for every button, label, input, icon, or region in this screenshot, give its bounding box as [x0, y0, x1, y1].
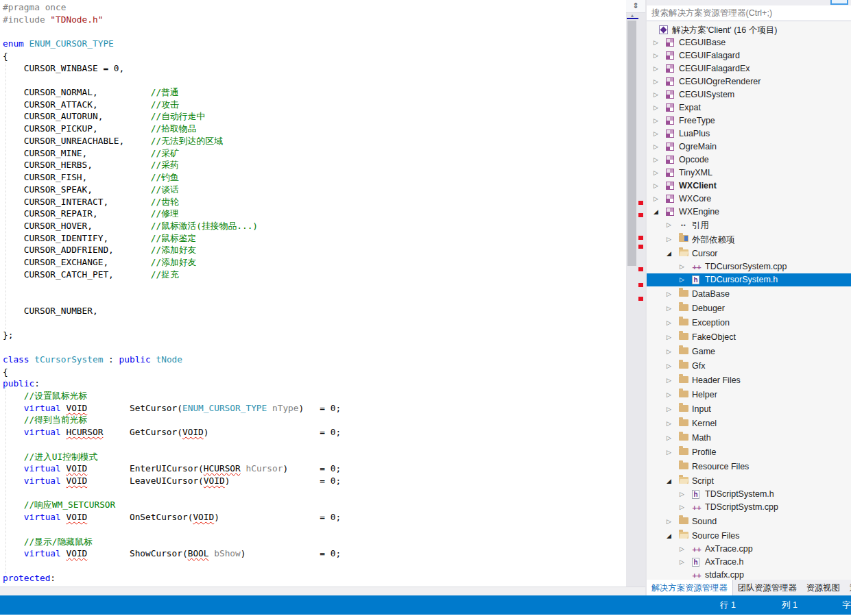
chevron-collapsed-icon[interactable]: ▷	[680, 275, 684, 284]
code-line[interactable]	[3, 317, 341, 330]
chevron-collapsed-icon[interactable]: ▷	[654, 169, 658, 177]
code-line[interactable]: //显示/隐藏鼠标	[3, 536, 341, 548]
chevron-collapsed-icon[interactable]: ▷	[680, 545, 684, 554]
code-line[interactable]: virtual HCURSOR GetCursor(VOID) = 0;	[3, 426, 341, 439]
chevron-expanded-icon[interactable]: ◢	[667, 249, 671, 258]
chevron-collapsed-icon[interactable]: ▷	[667, 376, 671, 385]
tree-item[interactable]: ▷DataBase	[647, 288, 851, 301]
tree-item[interactable]: ▷外部依赖项	[647, 233, 851, 246]
panel-tab[interactable]: 资源视图	[802, 580, 845, 595]
tree-item[interactable]: ▷Math	[647, 432, 851, 445]
chevron-collapsed-icon[interactable]: ▷	[654, 90, 658, 99]
tree-item[interactable]: ▷hAxTrace.h	[647, 556, 851, 569]
code-line[interactable]: CURSOR_WINBASE = 0,	[3, 62, 341, 75]
horizontal-scrollbar[interactable]	[0, 587, 645, 596]
split-grip[interactable]: ⇕	[626, 0, 645, 13]
code-line[interactable]	[3, 487, 341, 500]
tree-item[interactable]: ▷Kernel	[647, 417, 851, 430]
tree-item[interactable]: ▷Exception	[647, 317, 851, 330]
tree-item[interactable]: ▷Game	[647, 345, 851, 358]
tree-item[interactable]: ▷CEGUIFalagardEx	[647, 62, 851, 75]
tree-item[interactable]: ▷Opcode	[647, 153, 851, 167]
tree-item[interactable]: ▷Expat	[647, 101, 851, 114]
chevron-collapsed-icon[interactable]: ▷	[654, 195, 658, 204]
code-line[interactable]: CURSOR_IDENTIFY, //鼠标鉴定	[3, 232, 341, 245]
code-line[interactable]	[3, 25, 341, 38]
tree-item[interactable]: ▷Input	[647, 403, 851, 416]
code-line[interactable]: class tCursorSystem : public tNode	[3, 354, 341, 366]
code-line[interactable]	[3, 281, 341, 293]
chevron-expanded-icon[interactable]: ◢	[667, 532, 671, 541]
tree-item[interactable]: ▷LuaPlus	[647, 127, 851, 140]
tree-item[interactable]: ▷hTDCursorSystem.h	[647, 273, 851, 286]
chevron-collapsed-icon[interactable]: ▷	[667, 347, 671, 356]
code-line[interactable]: //进入UI控制模式	[3, 451, 341, 463]
tree-item[interactable]: ◢WXEngine	[647, 206, 851, 219]
tree-item[interactable]: ▷Profile	[647, 446, 851, 459]
toolbar-active-button[interactable]	[830, 0, 848, 5]
tree-item[interactable]: ▷Sound	[647, 515, 851, 528]
code-line[interactable]: virtual VOID ShowCursor(BOOL bShow) = 0;	[3, 547, 341, 560]
chevron-collapsed-icon[interactable]: ▷	[680, 262, 684, 271]
chevron-collapsed-icon[interactable]: ▷	[667, 405, 671, 414]
panel-tab[interactable]: 通知	[845, 580, 851, 595]
code-line[interactable]: CURSOR_SPEAK, //谈话	[3, 184, 341, 196]
chevron-collapsed-icon[interactable]: ▷	[654, 116, 658, 125]
code-line[interactable]: virtual VOID LeaveUICursor(VOID) = 0;	[3, 475, 341, 487]
code-line[interactable]: CURSOR_HERBS, //采药	[3, 159, 341, 171]
tree-item[interactable]: ▷++AxTrace.cpp	[647, 543, 851, 556]
code-line[interactable]: CURSOR_FISH, //钓鱼	[3, 171, 341, 184]
chevron-collapsed-icon[interactable]: ▷	[680, 503, 684, 512]
tree-item[interactable]: ▷FakeObject	[647, 331, 851, 344]
chevron-expanded-icon[interactable]: ◢	[654, 208, 658, 217]
chevron-collapsed-icon[interactable]: ▷	[654, 38, 658, 47]
code-line[interactable]: CURSOR_HOVER, //鼠标激活(挂接物品...)	[3, 220, 341, 232]
code-line[interactable]: virtual VOID OnSetCursor(VOID) = 0;	[3, 511, 341, 523]
tree-item[interactable]: ▷CEGUIBase	[647, 36, 851, 49]
chevron-collapsed-icon[interactable]: ▷	[654, 143, 658, 151]
code-line[interactable]	[3, 74, 341, 86]
tree-item[interactable]: Resource Files	[647, 460, 851, 473]
code-line[interactable]: CURSOR_AUTORUN, //自动行走中	[3, 110, 341, 123]
tree-item[interactable]: ◢Source Files	[647, 530, 851, 543]
scroll-up-icon[interactable]: ▲	[626, 13, 638, 18]
tree-item[interactable]: 解决方案'Client' (16 个项目)	[647, 23, 851, 36]
search-input[interactable]	[647, 5, 851, 21]
code-line[interactable]: CURSOR_INTERACT, //齿轮	[3, 196, 341, 208]
chevron-collapsed-icon[interactable]: ▷	[654, 64, 658, 73]
code-line[interactable]: CURSOR_UNREACHABLE, //无法到达的区域	[3, 135, 341, 147]
editor-pane[interactable]: #pragma once#include "TDNode.h"enum ENUM…	[0, 0, 626, 587]
panel-tab[interactable]: 解决方案资源管理器	[647, 580, 733, 595]
tree-item[interactable]: ▷TinyXML	[647, 167, 851, 180]
code-line[interactable]: CURSOR_REPAIR, //修理	[3, 208, 341, 220]
code-line[interactable]: {	[3, 50, 341, 62]
tree-item[interactable]: ◢Script	[647, 475, 851, 488]
chevron-collapsed-icon[interactable]: ▷	[667, 235, 671, 244]
chevron-collapsed-icon[interactable]: ▷	[667, 319, 671, 328]
tree-item[interactable]: ▷FreeType	[647, 114, 851, 127]
chevron-collapsed-icon[interactable]: ▷	[667, 362, 671, 371]
chevron-collapsed-icon[interactable]: ▷	[680, 490, 684, 499]
panel-tab[interactable]: 团队资源管理器	[733, 580, 802, 595]
code-line[interactable]	[3, 439, 341, 451]
code-line[interactable]: CURSOR_EXCHANGE, //添加好友	[3, 256, 341, 269]
code-line[interactable]: {	[3, 366, 341, 378]
code-line[interactable]	[3, 560, 341, 572]
code-line[interactable]: //响应WM_SETCURSOR	[3, 499, 341, 511]
code-line[interactable]: //得到当前光标	[3, 414, 341, 426]
chevron-collapsed-icon[interactable]: ▷	[654, 103, 658, 112]
tree-item[interactable]: ▷Debuger	[647, 302, 851, 315]
chevron-collapsed-icon[interactable]: ▷	[654, 77, 658, 86]
code-line[interactable]	[3, 523, 341, 536]
scrollbar-thumb[interactable]	[627, 21, 636, 266]
code-line[interactable]: };	[3, 329, 341, 341]
tree-item[interactable]: ▷Gfx	[647, 360, 851, 373]
chevron-expanded-icon[interactable]: ◢	[667, 477, 671, 486]
code-line[interactable]: public:	[3, 378, 341, 390]
tree-item[interactable]: ▷WXCore	[647, 193, 851, 206]
code-line[interactable]	[3, 293, 341, 305]
code-line[interactable]: CURSOR_CATCH_PET, //捉充	[3, 269, 341, 281]
chevron-collapsed-icon[interactable]: ▷	[667, 391, 671, 399]
code-line[interactable]: CURSOR_NORMAL, //普通	[3, 86, 341, 99]
chevron-collapsed-icon[interactable]: ▷	[667, 448, 671, 457]
